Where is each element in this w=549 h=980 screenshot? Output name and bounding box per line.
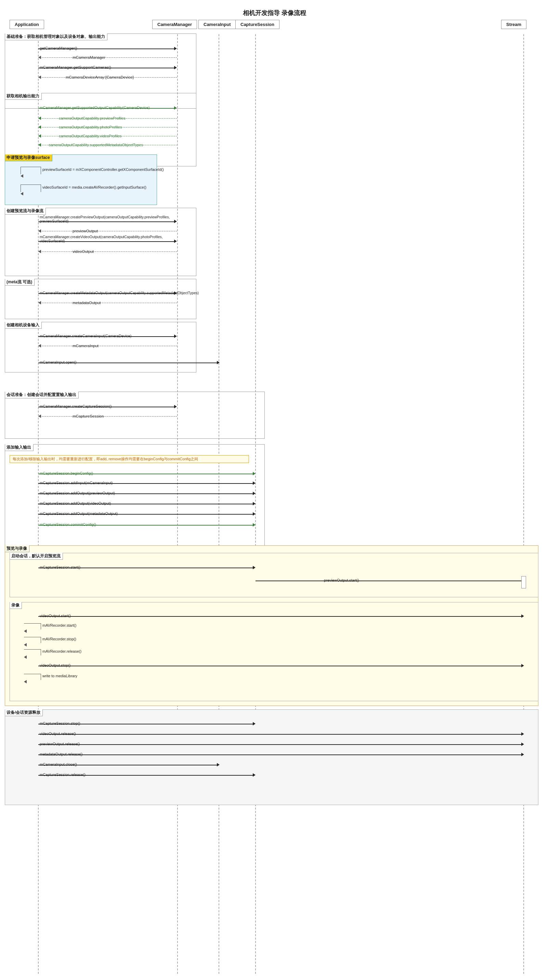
msg-create-camera-input: mCameraManager.createCameraInput(CameraD… (38, 334, 177, 339)
msg-mcamera-input: mCameraInput (38, 344, 177, 348)
msg-avrecorder-release: mAVRecorder.release() (21, 649, 51, 655)
msg-mcapture-session: mCaptureSession (38, 414, 177, 419)
msg-preview-profiles: cameraOutputCapability.previewProfiles (38, 116, 177, 121)
msg-label: mCaptureSession.release() (40, 773, 86, 777)
msg-add-output-metadata: mCaptureSession.addOutput(metadataOutput… (38, 512, 255, 517)
msg-label: mCameraInput.close() (40, 762, 77, 767)
msg-get-supported-capability: mCameraManager.getSupportedOutputCapabil… (38, 106, 177, 111)
lifeline-header-stream: Stream (501, 20, 527, 29)
msg-create-video-output: mCameraManager.createVideoOutput(cameraO… (38, 239, 177, 244)
msg-avrecorder-stop: mAVRecorder.stop() (21, 637, 51, 643)
frame-meta-label: (meta流 可选) (5, 279, 35, 286)
frame-create-input-label: 创建相机设备输入 (5, 322, 42, 329)
frame-get-capability-label: 获取相机输出能力 (5, 93, 42, 100)
msg-label: videoOutput.release() (40, 732, 76, 736)
msg-label: mCameraManager.getSupportCameras() (40, 65, 111, 69)
msg-avrecorder-start: mAVRecorder.start() (21, 623, 51, 629)
msg-video-output-release: videoOutput.release() (38, 732, 524, 737)
msg-create-metadata-output: mCameraManager.createMetadataOutput(came… (38, 291, 177, 296)
msg-label: write to mediaLibrary (42, 674, 77, 678)
msg-label: mCameraInput.open() (40, 360, 77, 364)
msg-label: metadataOutput (72, 301, 101, 305)
msg-label: videoOutput (72, 250, 94, 253)
msg-label: mCameraDeviceArray:[CameraDevice] (66, 75, 134, 79)
lifeline-header-cs: CaptureSession (235, 20, 279, 29)
msg-add-output-video: mCaptureSession.addOutput(videoOutput) (38, 502, 255, 506)
msg-label: cameraOutputCapability.videoProfiles (59, 134, 121, 138)
msg-label: videoOutput.start() (40, 614, 71, 618)
frame-session-prep-label: 会话准备：创建会话并配置置输入输出 (5, 391, 79, 398)
msg-label: mCameraManager.getSupportedOutputCapabil… (40, 106, 150, 110)
diagram-container: 相机开发指导 录像流程 Application CameraManager Ca… (0, 0, 549, 957)
msg-label: mCaptureSession.commitConfig() (40, 522, 96, 527)
msg-session-release: mCaptureSession.release() (38, 773, 255, 778)
msg-video-surface-id: videoSurfaceId = media.createAVRecorder(… (17, 185, 48, 192)
msg-create-capture-session: mCameraManager.createCaptureSession() (38, 404, 177, 409)
frame-surface-label: 申请预览与录像surface (5, 154, 52, 161)
msg-label: mCameraManager.createPreviewOutput(camer… (40, 215, 177, 223)
msg-label: mCameraManager.createCameraInput(CameraD… (40, 334, 131, 338)
msg-label: mCaptureSession.start() (40, 565, 80, 569)
msg-label: mCameraManager.createMetadataOutput(came… (40, 291, 199, 295)
frame-start-session: 启动会话，默认开启预览流 (10, 553, 538, 597)
msg-label: previewSurfaceId = mXComponentController… (42, 167, 164, 172)
frame-add-io-label: 添加输入输出 (5, 444, 34, 451)
frame-start-session-label: 启动会话，默认开启预览流 (10, 553, 63, 560)
msg-label: mAVRecorder.start() (42, 623, 76, 627)
msg-label: cameraOutputCapability.supportedMetadata… (49, 143, 143, 147)
msg-get-camera-manager: getCameraManager() (38, 46, 177, 51)
msg-preview-output-release: previewOutput.release() (38, 742, 524, 747)
msg-label: mAVRecorder.release() (42, 649, 81, 653)
frame-release-label: 设备/会话资源释放 (5, 710, 43, 716)
lifeline-stream (523, 34, 524, 974)
msg-label: mCameraManager.createVideoOutput(cameraO… (40, 235, 177, 243)
msg-label: cameraOutputCapability.previewProfiles (59, 116, 126, 120)
msg-label: getCameraManager() (40, 46, 77, 50)
msg-label: videoOutput.stop() (40, 663, 71, 667)
msg-label: previewOutput.release() (40, 742, 80, 746)
frame-preview-record-label: 预览与录像 (5, 546, 29, 552)
msg-label: mCameraInput (72, 344, 99, 348)
msg-video-profiles: cameraOutputCapability.videoProfiles (38, 134, 177, 139)
msg-label: mCaptureSession.stop() (40, 721, 80, 725)
msg-label: mCaptureSession.addOutput(videoOutput) (40, 501, 111, 505)
msg-metadata-types: cameraOutputCapability.supportedMetadata… (38, 143, 177, 148)
msg-camera-input-open: mCameraInput.open() (38, 361, 220, 365)
msg-session-stop: mCaptureSession.stop() (38, 722, 255, 727)
frame-record-label: 录像 (10, 602, 22, 609)
page-title: 相机开发指导 录像流程 (0, 3, 549, 21)
msg-label: previewOutput (72, 229, 98, 233)
msg-label: previewOutput.start() (324, 578, 359, 582)
msg-label: mAVRecorder.stop() (42, 637, 76, 641)
msg-mcameramanager: mCameraManager (38, 56, 177, 60)
msg-label: mCaptureSession.addOutput(previewOutput) (40, 491, 115, 495)
frame-create-streams-label: 创建预览流与录像流 (5, 208, 46, 215)
msg-camera-input-close: mCameraInput.close() (38, 763, 220, 767)
msg-preview-output: previewOutput (38, 229, 177, 234)
msg-camera-device-array: mCameraDeviceArray:[CameraDevice] (38, 75, 177, 80)
actbox-preview-start (521, 576, 526, 589)
msg-label: cameraOutputCapability.photoProfiles (59, 125, 122, 129)
frame-basic-prep-label: 基础准备：获取相机管理对象以及设备对象、输出能力 (5, 33, 107, 40)
msg-video-output-stop: videoOutput.stop() (38, 663, 524, 668)
lifeline-header-app: Application (10, 20, 44, 29)
msg-metadata-output-release: metadataOutput.release() (38, 752, 524, 757)
msg-preview-surface-id: previewSurfaceId = mXComponentController… (17, 167, 48, 174)
msg-video-output: videoOutput (38, 250, 177, 254)
msg-label: mCaptureSession.addInput(mCameraInput) (40, 481, 113, 485)
msg-preview-output-start: previewOutput.start() (255, 579, 526, 583)
frame-meta: (meta流 可选) (5, 279, 196, 319)
lifeline-header-cm: CameraManager (152, 20, 197, 29)
msg-capture-session-start: mCaptureSession.start() (38, 565, 255, 570)
msg-add-input: mCaptureSession.addInput(mCameraInput) (38, 481, 255, 486)
msg-photo-profiles: cameraOutputCapability.photoProfiles (38, 125, 177, 130)
msg-get-support-cameras: mCameraManager.getSupportCameras() (38, 65, 177, 70)
msg-label: mCameraManager.createCaptureSession() (40, 404, 112, 408)
msg-add-output-preview: mCaptureSession.addOutput(previewOutput) (38, 492, 255, 496)
msg-video-output-start: videoOutput.start() (38, 614, 524, 619)
msg-label: metadataOutput.release() (40, 752, 83, 756)
msg-write-media: write to mediaLibrary (21, 674, 51, 680)
msg-label: videoSurfaceId = media.createAVRecorder(… (42, 185, 147, 189)
lifeline-header-ci: CameraInput (198, 20, 236, 29)
msg-commit-config: mCaptureSession.commitConfig() (38, 523, 255, 528)
